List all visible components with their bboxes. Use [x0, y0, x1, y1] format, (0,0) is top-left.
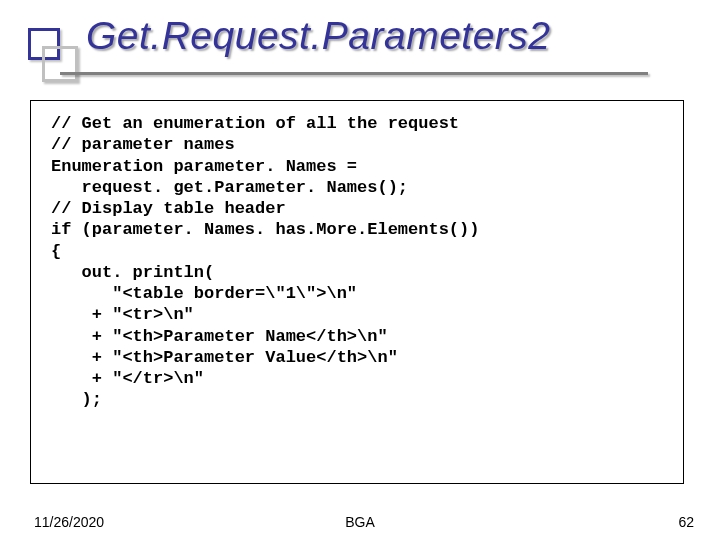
code-box: // Get an enumeration of all the request… — [30, 100, 684, 484]
code-line: { — [51, 241, 663, 262]
code-line: + "</tr>\n" — [51, 368, 663, 389]
slide: Get.Request.Parameters2 // Get an enumer… — [0, 0, 720, 540]
code-line: // Display table header — [51, 198, 663, 219]
code-line: + "<th>Parameter Name</th>\n" — [51, 326, 663, 347]
code-line: // Get an enumeration of all the request — [51, 113, 663, 134]
code-line: out. println( — [51, 262, 663, 283]
code-line: + "<tr>\n" — [51, 304, 663, 325]
footer-center: BGA — [0, 514, 720, 530]
code-line: request. get.Parameter. Names(); — [51, 177, 663, 198]
code-block: // Get an enumeration of all the request… — [51, 113, 663, 411]
footer-page-number: 62 — [678, 514, 694, 530]
footer: 11/26/2020 BGA 62 — [0, 506, 720, 530]
title-area: Get.Request.Parameters2 — [0, 0, 720, 92]
code-line: if (parameter. Names. has.More.Elements(… — [51, 219, 663, 240]
code-line: + "<th>Parameter Value</th>\n" — [51, 347, 663, 368]
code-line: ); — [51, 389, 663, 410]
code-line: Enumeration parameter. Names = — [51, 156, 663, 177]
code-line: "<table border=\"1\">\n" — [51, 283, 663, 304]
code-line: // parameter names — [51, 134, 663, 155]
title-underline — [60, 72, 648, 75]
slide-title: Get.Request.Parameters2 — [86, 14, 720, 58]
